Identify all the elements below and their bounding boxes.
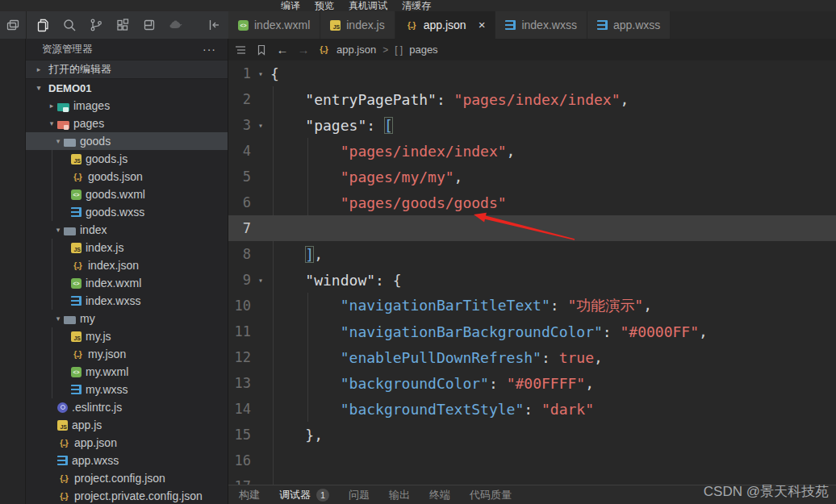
code-line-15[interactable]: 15 }, [228,422,836,448]
panel-tab-label: 构建 [239,488,260,502]
menu-item[interactable]: 清缓存 [402,0,431,11]
tab-app.wxss[interactable]: app.wxss [587,11,671,39]
indent-guide [52,345,52,363]
code-line-3[interactable]: 3▾ "pages": [ [228,112,836,138]
close-icon[interactable]: × [479,19,486,31]
json-icon: {..} [57,436,70,449]
extensions-icon[interactable] [115,17,131,33]
chevron-open-icon[interactable]: ▾ [52,226,64,234]
tree-item-index.json[interactable]: {..}index.json [26,256,228,274]
tree-item-goods.wxml[interactable]: <>goods.wxml [26,185,228,203]
line-number: 17 [228,478,251,485]
tree-item-project.config.json[interactable]: {..}project.config.json [26,469,228,487]
code-line-1[interactable]: 1▾{ [228,60,836,86]
tree-item-index[interactable]: ▾index [26,221,228,239]
panel-tab-输出[interactable]: 输出 [389,488,410,502]
tree-item-project.private.config.json[interactable]: {..}project.private.config.json [26,487,228,504]
fold-icon[interactable]: ▾ [251,69,270,78]
panel-tab-label: 问题 [349,488,370,502]
token-p: }, [305,427,323,444]
code-editor[interactable]: 1▾{2 "entryPagePath": "pages/index/index… [228,60,836,485]
tree-item-my.json[interactable]: {..}my.json [26,345,228,363]
tree-item-my.js[interactable]: JSmy.js [26,327,228,345]
tree-item-app.json[interactable]: {..}app.json [26,434,228,452]
tree-item-images[interactable]: ▸images [26,97,228,115]
tree-item-my.wxss[interactable]: my.wxss [26,381,228,398]
back-arrow-icon[interactable]: ← [275,43,290,56]
bookmark-icon[interactable] [254,43,269,57]
code-text: "backgroundTextStyle": "dark" [270,401,594,418]
panel-tab-代码质量[interactable]: 代码质量 [470,488,512,502]
code-line-2[interactable]: 2 "entryPagePath": "pages/index/index", [228,86,836,112]
code-line-4[interactable]: 4 "pages/index/index", [228,138,836,164]
indent-guide [52,239,52,256]
tree-item-goods.wxss[interactable]: goods.wxss [26,203,228,221]
tree-item-app.wxss[interactable]: app.wxss [26,452,228,469]
tab-index.wxss[interactable]: index.wxss [495,11,587,39]
chevron-closed-icon[interactable]: ▸ [46,102,57,110]
tree-item-my.wxml[interactable]: <>my.wxml [26,363,228,381]
tree-item-my[interactable]: ▾my [26,310,228,327]
code-line-14[interactable]: 14 "backgroundTextStyle": "dark" [228,396,836,422]
tree-item-.eslintrc.js[interactable]: .eslintrc.js [26,398,228,416]
code-line-9[interactable]: 9▾ "window": { [228,267,836,293]
panel-tab-终端[interactable]: 终端 [429,488,450,502]
array-node-icon: [ ] [395,44,403,56]
code-line-11[interactable]: 11 "navigationBarBackgroundColor": "#000… [228,319,836,344]
section-打开的编辑器[interactable]: ▸打开的编辑器 [26,60,228,79]
token-sp [270,297,341,314]
git-branch-icon[interactable] [88,17,104,33]
tree-item-label: index.wxml [86,277,141,289]
forward-arrow-icon[interactable]: → [296,43,311,56]
search-icon[interactable] [61,17,77,33]
tree-item-goods[interactable]: ▾goods [26,132,228,150]
code-line-8[interactable]: 8 ], [228,241,836,267]
tree-item-goods.json[interactable]: {..}goods.json [26,168,228,185]
tree-item-label: .eslintrc.js [72,401,122,414]
tab-index.wxml[interactable]: <>index.wxml [228,11,320,39]
menu-item[interactable]: 编译 [281,0,300,11]
explorer-files-icon[interactable] [35,17,51,33]
tree-item-index.js[interactable]: JSindex.js [26,239,228,256]
chevron-closed-icon[interactable]: ▸ [33,65,44,73]
tree-item-app.js[interactable]: JSapp.js [26,416,228,434]
tab-app.json[interactable]: {..}app.json× [395,11,496,39]
outline-icon[interactable] [233,43,248,57]
tree-item-index.wxml[interactable]: <>index.wxml [26,274,228,292]
panel-tab-问题[interactable]: 问题 [349,488,370,502]
tree-item-goods.js[interactable]: JSgoods.js [26,150,228,168]
js-icon: JS [57,420,68,431]
simulator-toggle-button[interactable] [0,11,27,39]
menu-item[interactable]: 预览 [315,0,334,11]
chevron-open-icon[interactable]: ▾ [46,119,57,127]
panel-tab-调试器[interactable]: 调试器1 [279,488,329,502]
chevron-open-icon[interactable]: ▾ [52,314,64,323]
project-root-DEMO01[interactable]: ▾DEMO01 [26,79,228,97]
code-line-6[interactable]: 6 "pages/goods/goods" [228,190,836,215]
panel-tab-构建[interactable]: 构建 [239,488,260,502]
tab-index.js[interactable]: JSindex.js [320,11,395,39]
tree-item-label: images [73,99,110,112]
code-line-10[interactable]: 10 "navigationBarTitleText": "功能演示", [228,293,836,319]
plugin-icon[interactable] [141,17,157,33]
line-number: 7 [228,220,251,236]
teapot-icon[interactable] [168,17,184,33]
code-line-16[interactable]: 16 [228,448,836,473]
more-actions-icon[interactable]: ··· [203,43,216,56]
code-line-12[interactable]: 12 "enablePullDownRefresh": true, [228,344,836,370]
breadcrumb-node[interactable]: pages [409,44,437,56]
token-sp [270,272,305,289]
chevron-open-icon[interactable]: ▾ [52,137,64,145]
tree-item-pages[interactable]: ▾pages [26,115,228,132]
indent-guide [52,327,52,345]
code-line-5[interactable]: 5 "pages/my/my", [228,164,836,190]
breadcrumb-file[interactable]: app.json [336,44,376,56]
collapse-sidebar-icon[interactable] [206,17,222,33]
code-line-13[interactable]: 13 "backgroundColor": "#00FFFF", [228,370,836,396]
fold-icon[interactable]: ▾ [251,121,270,130]
tree-item-index.wxss[interactable]: index.wxss [26,292,228,310]
menu-item[interactable]: 真机调试 [349,0,387,11]
chevron-open-icon[interactable]: ▾ [33,84,44,92]
code-line-7[interactable]: 7 [228,215,836,241]
fold-icon[interactable]: ▾ [251,276,270,285]
